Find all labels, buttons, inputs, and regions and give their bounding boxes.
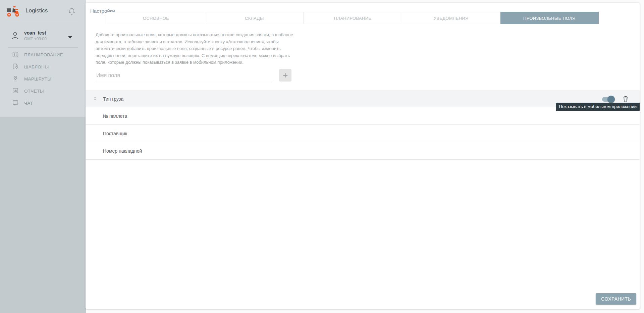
tab-warehouses[interactable]: СКЛАДЫ: [205, 12, 304, 24]
sidebar-item-chat[interactable]: ЧАТ: [0, 97, 86, 109]
sidebar-item-label: ОТЧЕТЫ: [24, 89, 44, 94]
save-button[interactable]: СОХРАНИТЬ: [596, 293, 636, 305]
field-name-label: Номер накладной: [103, 148, 142, 154]
sidebar-divider: [8, 47, 78, 48]
toggle-knob: [607, 96, 615, 103]
field-row-invoice-number[interactable]: Номер накладной: [86, 142, 640, 160]
user-avatar-icon: [11, 32, 19, 40]
sidebar: Logistics voan_test GMT +03:00: [0, 0, 86, 117]
sidebar-item-label: ЧАТ: [24, 101, 33, 106]
sidebar-item-label: ШАБЛОНЫ: [24, 64, 49, 69]
left-background-column: Logistics voan_test GMT +03:00: [0, 0, 86, 313]
sidebar-item-templates[interactable]: ШАБЛОНЫ: [0, 61, 86, 73]
tab-planning[interactable]: ПЛАНИРОВАНИЕ: [304, 12, 402, 24]
route-icon: [12, 75, 18, 82]
field-name-label: Тип груза: [103, 96, 123, 102]
tab-notifications[interactable]: УВЕДОМЛЕНИЯ: [402, 12, 500, 24]
user-account-menu[interactable]: voan_test GMT +03:00: [0, 28, 86, 44]
sidebar-item-planning[interactable]: ПЛАНИРОВАНИЕ: [0, 49, 86, 61]
user-timezone: GMT +03:00: [24, 37, 47, 41]
settings-tabs: ОСНОВНОЕ СКЛАДЫ ПЛАНИРОВАНИЕ УВЕДОМЛЕНИЯ…: [107, 12, 599, 24]
notifications-bell-icon[interactable]: [68, 7, 75, 15]
user-name: voan_test: [24, 30, 46, 36]
sidebar-item-routes[interactable]: МАРШРУТЫ: [0, 73, 86, 85]
report-icon: [12, 88, 18, 94]
sidebar-menu: ПЛАНИРОВАНИЕ ШАБЛОНЫ: [0, 49, 86, 109]
brand-row: Logistics: [0, 0, 86, 21]
sidebar-item-label: МАРШРУТЫ: [24, 76, 52, 82]
sidebar-item-label: ПЛАНИРОВАНИЕ: [24, 52, 63, 57]
field-row-supplier[interactable]: Поставщик: [86, 125, 640, 142]
chat-icon: [12, 100, 18, 106]
brand-name: Logistics: [25, 7, 48, 14]
mobile-visibility-toggle[interactable]: [602, 97, 614, 102]
tab-custom-fields[interactable]: ПРОИЗВОЛЬНЫЕ ПОЛЯ: [500, 12, 599, 24]
add-field-button[interactable]: +: [279, 69, 291, 82]
logistics-scooter-logo-icon: [6, 4, 20, 17]
chevron-down-icon[interactable]: [68, 36, 72, 39]
calendar-icon: [12, 51, 18, 57]
toggle-tooltip: Показывать в мобильном приложении: [556, 103, 640, 111]
template-icon: [12, 63, 18, 69]
drag-handle-icon[interactable]: ↕: [94, 95, 96, 101]
field-name-label: Поставщик: [103, 131, 127, 136]
tab-main[interactable]: ОСНОВНОЕ: [107, 12, 205, 24]
settings-card: Настройки ОСНОВНОЕ СКЛАДЫ ПЛАНИРОВАНИЕ У…: [86, 3, 640, 309]
delete-field-button[interactable]: [622, 95, 630, 103]
sidebar-divider: [8, 24, 78, 24]
field-name-input[interactable]: [96, 70, 272, 82]
field-name-label: № паллета: [103, 113, 127, 119]
sidebar-item-reports[interactable]: ОТЧЕТЫ: [0, 85, 86, 97]
custom-fields-description: Добавьте произвольные поля, которые долж…: [96, 32, 294, 66]
custom-fields-list: ↕ Тип груза № паллета Поставщик Номер на…: [86, 90, 640, 160]
